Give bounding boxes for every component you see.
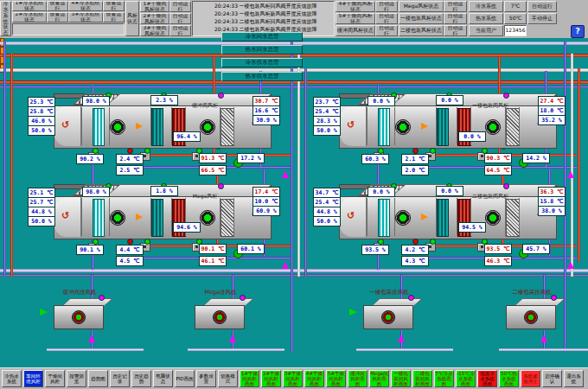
ahu-status-label: 一楼包装风柜状态 [399,13,444,24]
value-box: 50.0 % [28,216,55,226]
ahu-status-value: 自动运行 [375,25,398,36]
value-box: 46.1 ℃ [199,256,227,266]
supply-fan-icon [395,119,411,135]
value-box: 98.0 % [82,96,110,106]
inlet-arrow-icon [349,309,357,316]
toolbar-button-20[interactable]: 二楼包装间风柜画面 [412,370,432,387]
status-led-green [144,148,150,154]
toolbar-button-8[interactable]: 电脑状态 [153,370,173,387]
toolbar-button-13[interactable]: 2#干燥间风柜画面 [261,370,281,387]
alarm-text: 一楼包装风柜回风阀开度反馈故障 [240,2,317,10]
status-led-green [378,148,384,154]
ahu-status-value: 自动运行 [444,13,467,24]
chiller-status-value: 设备运行 [47,1,68,11]
value-box: 94.6 % [173,222,201,233]
toolbar-button-21[interactable]: 7℃冷水系统画面 [434,370,454,387]
chiller-status-label: 2#冷水机组状态 [12,12,47,22]
fan-wheel-icon [72,310,86,324]
value-box: 2.4 ℃ [116,154,144,164]
value-box: 91.3 ℃ [199,153,227,163]
fan-wheel-icon [213,310,227,324]
ahu-status-label: 缓冲间风柜状态 [336,25,375,36]
toolbar-button-22[interactable]: -15℃冷水系统画面 [456,370,476,387]
help-icon[interactable]: ? [571,25,585,38]
value-box: 4.5 ℃ [116,256,144,266]
section-divider [394,198,395,236]
toolbar-button-18[interactable]: Mega间风柜画面 [369,370,389,387]
ahu-status-value: 自动运行 [375,13,398,24]
pipe-segment [47,348,144,351]
section-divider [519,198,520,236]
section-divider [150,107,151,145]
ahu-status-value: 自动运行 [444,1,467,12]
system-row-label: 当前用户 [469,25,503,36]
main-pipe-label: 冷水回水总管 [221,32,303,41]
value-box: 64.5 ℃ [484,165,512,175]
airflow-arrow-icon [136,123,143,130]
pipe-segment [0,269,588,272]
exhaust-fan-unit [363,298,415,331]
toolbar-button-27[interactable]: 退出系统 [564,370,584,387]
flow-arrow-icon [229,335,236,342]
pipe-segment [10,54,13,277]
pipe-segment [232,275,234,301]
sensor-led-magenta [240,295,246,301]
return-air-curl-icon: ↺ [347,120,357,131]
status-led-red [412,148,419,154]
flow-arrow-icon [567,262,574,269]
toolbar-button-23[interactable]: 低温冷水系统画面 [477,370,497,387]
airflow-arrow-icon [136,214,143,220]
toolbar-button-6[interactable]: 历史记录 [110,370,130,387]
fan-body [195,305,245,329]
toolbar-button-4[interactable]: 报警浏览 [67,370,86,387]
value-box: 4.2 ℃ [401,245,429,255]
alarm-text: 二楼包装风柜回风阀开度反馈故障 [240,17,317,25]
toolbar-button-24[interactable]: 50℃热水系统画面 [499,370,519,387]
fan-unit-label: 缓冲间排风机 [32,289,127,296]
toolbar-button-16[interactable]: 5#干燥间风柜画面 [326,370,346,387]
toolbar-button-7[interactable]: 历史趋势 [131,370,151,387]
pipe-segment [578,68,580,262]
toolbar-button-1[interactable]: 冷热水系统 [2,370,22,387]
ahu-status-label: 5#干燥间风柜状态 [336,13,375,24]
chiller-status-value: 设备运行 [103,1,125,11]
toolbar-button-10[interactable]: 参数设置 [196,370,216,387]
toolbar-button-15[interactable]: 4#干燥间风柜画面 [304,370,324,387]
outlet-grille-icon [506,199,520,237]
fan-wheel-icon [381,310,395,324]
toolbar-button-9[interactable]: PID画面 [175,370,195,387]
value-box: 1.8 % [150,186,178,196]
value-box: 90.2 % [76,154,104,164]
toolbar-button-14[interactable]: 3#干燥间风柜画面 [283,370,303,387]
filter-section-icon [378,108,390,146]
toolbar-button-17[interactable]: 缓冲间风柜画面 [348,370,368,387]
outlet-grille-icon [506,108,520,146]
toolbar-button-11[interactable]: 切换模式 [218,370,238,387]
pipe-segment [543,275,546,301]
value-box: 46.3 ℃ [484,256,512,266]
toolbar-button-5[interactable]: 趋势图 [88,370,108,387]
chiller-status-label: 3#冷水机组状态 [68,12,103,22]
ahu-status-value: 自动运行 [169,13,191,24]
chiller-panel-title: 冷水系统状态 [0,1,11,36]
value-box: 2.1 ℃ [401,154,429,164]
toolbar-button-2[interactable]: 车间环境风柜 [23,370,43,387]
alarm-time: 20:24:33 [214,17,240,25]
airflow-arrow-icon [421,123,428,130]
pipe-segment [297,54,300,277]
section-divider [150,198,151,236]
main-pipe-label: 冷水供水总管 [221,58,303,67]
exhaust-fan-unit [54,298,105,331]
toolbar-button-26[interactable]: 启停确认 [542,370,562,387]
exhaust-fan-unit [195,298,246,331]
value-box: 90.1 % [76,245,104,255]
inlet-arrow-icon [40,309,48,316]
alarm-list[interactable]: 20:24:33一楼包装风柜回风阀开度反馈故障20:24:33一楼包装风柜新风阀… [192,1,335,36]
value-box: 2.3 % [150,95,178,105]
pipe-segment [291,41,293,353]
toolbar-button-19[interactable]: 一楼包装间风柜画面 [391,370,411,387]
chiller-status-strip [12,23,125,35]
toolbar-button-25[interactable]: 系统紧急停止 [521,370,540,387]
toolbar-button-3[interactable]: 干燥间风柜 [45,370,65,387]
toolbar-button-12[interactable]: 1#干燥间风柜画面 [240,370,259,387]
